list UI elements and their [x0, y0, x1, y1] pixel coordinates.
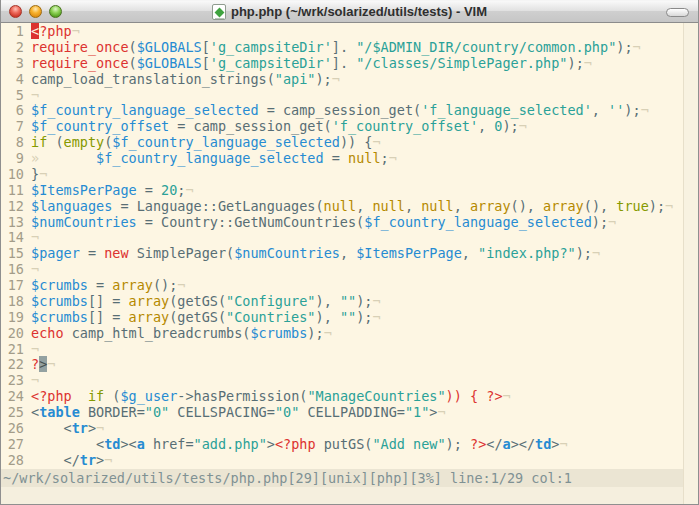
vim-document-icon: [212, 4, 226, 20]
line-number: 8: [1, 135, 31, 151]
code-line[interactable]: 25<table BORDER="0" CELLSPACING="0" CELL…: [1, 405, 683, 421]
line-number: 23: [1, 373, 31, 389]
code-text: if (empty($f_country_language_selected))…: [31, 135, 381, 151]
code-line[interactable]: 10}¬: [1, 167, 683, 183]
eol-marker: ¬: [641, 102, 649, 118]
code-line[interactable]: 6$f_country_language_selected = camp_ses…: [1, 103, 683, 119]
line-number: 28: [1, 453, 31, 469]
code-text: $f_country_language_selected = camp_sess…: [31, 103, 649, 119]
line-number: 20: [1, 326, 31, 342]
code-text: $languages = Language::GetLanguages(null…: [31, 199, 673, 215]
code-text: ¬: [31, 88, 39, 104]
line-number: 12: [1, 199, 31, 215]
code-line[interactable]: 7$f_country_offset = camp_session_get('f…: [1, 119, 683, 135]
code-text: $crumbs = array();¬: [31, 278, 185, 294]
line-number: 7: [1, 119, 31, 135]
titlebar[interactable]: php.php (~/wrk/solarized/utils/tests) - …: [1, 0, 698, 23]
code-line[interactable]: 4camp_load_translation_strings("api");¬: [1, 72, 683, 88]
code-line[interactable]: 9» $f_country_language_selected = null;¬: [1, 151, 683, 167]
eol-marker: ¬: [584, 55, 592, 71]
code-text: <tr>¬: [31, 421, 104, 437]
code-text: $ItemsPerPage = 20;¬: [31, 183, 194, 199]
line-number: 22: [1, 357, 31, 373]
line-number: 10: [1, 167, 31, 183]
eol-marker: ¬: [72, 23, 80, 39]
code-line[interactable]: 11$ItemsPerPage = 20;¬: [1, 183, 683, 199]
line-number: 11: [1, 183, 31, 199]
eol-marker: ¬: [47, 356, 55, 372]
code-line[interactable]: 24<?php if ($g_user->hasPermission("Mana…: [1, 389, 683, 405]
code-text: ¬: [31, 373, 39, 389]
code-line[interactable]: 15$pager = new SimplePager($numCountries…: [1, 246, 683, 262]
line-number: 1: [1, 24, 31, 40]
line-number: 16: [1, 262, 31, 278]
eol-marker: ¬: [31, 87, 39, 103]
line-number: 9: [1, 151, 31, 167]
code-line[interactable]: 18$crumbs[] = array(getGS("Configure"), …: [1, 294, 683, 310]
code-line[interactable]: 21¬: [1, 342, 683, 358]
editor-content: 1<?php¬2require_once($GLOBALS['g_campsit…: [1, 23, 698, 504]
code-line[interactable]: 22?>¬: [1, 357, 683, 373]
code-text: ¬: [31, 262, 39, 278]
line-number: 24: [1, 389, 31, 405]
code-text: <?php¬: [31, 24, 80, 40]
code-line[interactable]: 27 <td><a href="add.php"><?php putGS("Ad…: [1, 437, 683, 453]
code-text: echo camp_html_breadcrumbs($crumbs);¬: [31, 326, 332, 342]
eol-marker: ¬: [437, 404, 445, 420]
code-text: <table BORDER="0" CELLSPACING="0" CELLPA…: [31, 405, 446, 421]
title-group: php.php (~/wrk/solarized/utils/tests) - …: [1, 1, 698, 22]
eol-marker: ¬: [104, 452, 112, 468]
eol-marker: ¬: [608, 214, 616, 230]
eol-marker: ¬: [633, 39, 641, 55]
window-title: php.php (~/wrk/solarized/utils/tests) - …: [231, 4, 487, 19]
eol-marker: ¬: [31, 261, 39, 277]
code-line[interactable]: 8if (empty($f_country_language_selected)…: [1, 135, 683, 151]
code-line[interactable]: 14¬: [1, 230, 683, 246]
code-line[interactable]: 28 </tr>¬: [1, 453, 683, 469]
code-text: $crumbs[] = array(getGS("Countries"), ""…: [31, 310, 381, 326]
eol-marker: ¬: [665, 198, 673, 214]
line-number: 15: [1, 246, 31, 262]
code-text: $pager = new SimplePager($numCountries, …: [31, 246, 600, 262]
eol-marker: ¬: [177, 277, 185, 293]
code-text: <?php if ($g_user->hasPermission("Manage…: [31, 389, 511, 405]
eol-marker: ¬: [519, 118, 527, 134]
status-line: ~/wrk/solarized/utils/tests/php.php[29][…: [1, 469, 683, 487]
eol-marker: ¬: [31, 372, 39, 388]
code-text: » $f_country_language_selected = null;¬: [31, 151, 397, 167]
eol-marker: ¬: [372, 293, 380, 309]
line-number: 5: [1, 88, 31, 104]
code-text: ¬: [31, 230, 39, 246]
code-line[interactable]: 20echo camp_html_breadcrumbs($crumbs);¬: [1, 326, 683, 342]
line-number: 25: [1, 405, 31, 421]
code-line[interactable]: 26 <tr>¬: [1, 421, 683, 437]
code-line[interactable]: 1<?php¬: [1, 24, 683, 40]
code-area[interactable]: 1<?php¬2require_once($GLOBALS['g_campsit…: [1, 23, 683, 469]
code-text: }¬: [31, 167, 47, 183]
code-line[interactable]: 3require_once($GLOBALS['g_campsiteDir'].…: [1, 56, 683, 72]
eol-marker: ¬: [372, 134, 380, 150]
line-number: 2: [1, 40, 31, 56]
code-text: $f_country_offset = camp_session_get('f_…: [31, 119, 527, 135]
eol-marker: ¬: [592, 245, 600, 261]
vertical-scrollbar[interactable]: [683, 23, 698, 504]
code-line[interactable]: 13$numCountries = Country::GetNumCountri…: [1, 215, 683, 231]
code-line[interactable]: 16¬: [1, 262, 683, 278]
eol-marker: ¬: [185, 182, 193, 198]
lozenge-button[interactable]: [666, 8, 689, 17]
eol-marker: ¬: [31, 341, 39, 357]
code-line[interactable]: 17$crumbs = array();¬: [1, 278, 683, 294]
line-number: 17: [1, 278, 31, 294]
code-text: require_once($GLOBALS['g_campsiteDir']. …: [31, 40, 641, 56]
line-number: 27: [1, 437, 31, 453]
code-line[interactable]: 19$crumbs[] = array(getGS("Countries"), …: [1, 310, 683, 326]
code-text: $crumbs[] = array(getGS("Configure"), ""…: [31, 294, 381, 310]
code-text: <td><a href="add.php"><?php putGS("Add n…: [31, 437, 568, 453]
code-line[interactable]: 2require_once($GLOBALS['g_campsiteDir'].…: [1, 40, 683, 56]
line-number: 3: [1, 56, 31, 72]
code-line[interactable]: 23¬: [1, 373, 683, 389]
code-line[interactable]: 5¬: [1, 88, 683, 104]
eol-marker: ¬: [372, 309, 380, 325]
vim-window: php.php (~/wrk/solarized/utils/tests) - …: [0, 0, 699, 505]
code-line[interactable]: 12$languages = Language::GetLanguages(nu…: [1, 199, 683, 215]
